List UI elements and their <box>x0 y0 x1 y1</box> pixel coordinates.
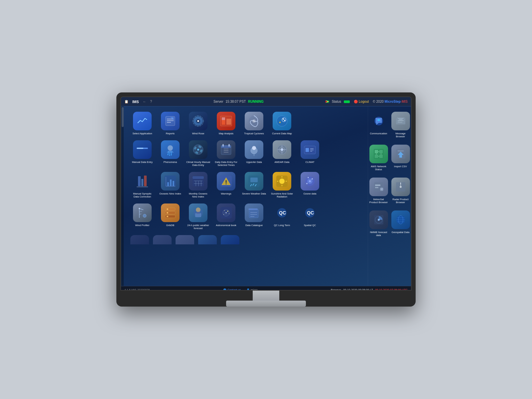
app-current-data-map[interactable]: Current Data Map <box>270 112 294 135</box>
app-manual-synoptic[interactable]: Manual Synoptic Data Correction <box>130 172 154 198</box>
app-map-analysis[interactable]: Map Analysis <box>214 112 238 135</box>
app-astronomical-book[interactable]: Astronomical book <box>214 203 238 227</box>
gribdb-icon <box>161 203 180 222</box>
svg-rect-101 <box>167 216 168 217</box>
right-row-4: NMME forecast data <box>371 210 408 237</box>
reports-label: Reports <box>166 132 175 135</box>
svg-point-22 <box>168 145 173 151</box>
astronomical-book-icon <box>217 203 235 222</box>
app-spatial-qc[interactable]: QC Spatial QC <box>298 203 322 227</box>
bottom-bar: 4.1.5 MIS 20200928 🔵 Contact us 👤 micro … <box>121 286 411 290</box>
app-message-browser[interactable]: Message Browser <box>391 112 410 138</box>
app-select-application[interactable]: Select Application <box>130 112 154 135</box>
app-oceanic-nino[interactable]: Oceanic Nino Index <box>158 172 182 195</box>
24h-forecast-icon <box>189 203 207 222</box>
radar-product-label: Radar Product Browser <box>391 198 410 204</box>
monitor-stand-base <box>226 301 306 307</box>
svg-point-14 <box>253 120 255 122</box>
svg-line-93 <box>139 211 142 212</box>
svg-point-45 <box>281 148 283 151</box>
app-sunshine-solar[interactable]: Sunshine And Solar Radiation <box>270 172 294 198</box>
monitor: 📋 IMS ← ? Server 15:38:07 PST RUNNING 🇬🇾… <box>116 92 416 307</box>
right-row-2: AWS Network Status Import CSV <box>371 145 408 171</box>
help-button[interactable]: ? <box>150 100 152 103</box>
reports-icon <box>161 112 180 130</box>
app-ozone-data[interactable]: Ozone data <box>298 172 322 195</box>
back-button[interactable]: ← <box>143 100 146 103</box>
svg-point-27 <box>169 155 170 156</box>
app-warnings[interactable]: Warnings <box>214 172 238 195</box>
app-communication[interactable]: Communication <box>369 112 388 138</box>
app-climat[interactable]: CLIMAT <box>298 140 322 164</box>
app-upperair-data[interactable]: UpperAir Data <box>242 140 266 164</box>
nmme-forecast-label: NMME forecast data <box>369 231 388 237</box>
app-meteosat-product[interactable]: MeteoSat Product Browser <box>369 178 388 204</box>
svg-rect-138 <box>379 155 383 158</box>
app-qc-long-term[interactable]: QC QC Long Term <box>270 203 294 227</box>
top-bar: 📋 IMS ← ? Server 15:38:07 PST RUNNING 🇬🇾… <box>121 97 411 106</box>
svg-rect-52 <box>138 176 141 186</box>
daily-data-entry-icon <box>217 140 235 159</box>
svg-point-7 <box>197 120 199 122</box>
version-label: 4.1.5 MIS 20200928 <box>124 288 150 290</box>
app-aws-network-status[interactable]: AWS Network Status <box>369 145 388 171</box>
oceanic-nino-icon <box>161 172 180 191</box>
oceanic-nino-label: Oceanic Nino Index <box>159 192 181 195</box>
app-row-2: Manual Data Entry <box>130 140 362 167</box>
app-title: IMS <box>132 100 139 104</box>
wind-rose-icon <box>189 112 207 130</box>
app-daily-data-entry[interactable]: Daily Data Entry For Selected Times <box>214 140 238 167</box>
app-radar-product[interactable]: Radar Product Browser <box>391 178 410 204</box>
app-reports[interactable]: Reports <box>158 112 182 135</box>
app-tropical-cyclones[interactable]: Tropical Cyclones <box>242 112 266 135</box>
svg-point-28 <box>171 155 172 156</box>
upperair-data-label: UpperAir Data <box>246 161 262 164</box>
qc-long-term-icon: QC <box>273 203 291 222</box>
scrollbar[interactable] <box>121 106 124 286</box>
app-wind-rose[interactable]: Wind Rose <box>186 112 210 135</box>
right-row-3: MeteoSat Product Browser <box>371 178 408 204</box>
spatial-qc-icon: QC <box>301 203 319 222</box>
logout-button[interactable]: 🔴 Logout <box>354 100 369 103</box>
server-info: Server 15:38:07 PST RUNNING <box>156 100 321 103</box>
aws-network-status-icon <box>369 145 388 163</box>
svg-rect-61 <box>173 181 174 186</box>
partial-row <box>130 235 362 244</box>
app-24h-forecast[interactable]: 24-h public weather forecast <box>186 203 210 230</box>
app-severe-weather[interactable]: Severe Weather Data <box>242 172 266 195</box>
qc-long-term-label: QC Long Term <box>274 224 290 227</box>
svg-point-79 <box>279 179 285 184</box>
aws-network-status-label: AWS Network Status <box>369 165 388 171</box>
monthly-oceanic-label: Monthly Oceanic Nino Index <box>186 192 210 198</box>
contact-button[interactable]: 🔵 Contact us <box>223 288 241 290</box>
app-import-csv[interactable]: Import CSV <box>391 145 410 171</box>
svg-point-158 <box>378 219 380 221</box>
meteosat-product-icon <box>369 178 388 196</box>
app-amdar-data[interactable]: AMDAR Data <box>270 140 294 164</box>
content-area: Select Application <box>121 106 411 286</box>
svg-rect-99 <box>167 212 168 213</box>
svg-rect-11 <box>226 119 231 125</box>
app-nmme-forecast[interactable]: NMME forecast data <box>369 210 388 237</box>
svg-point-26 <box>168 154 169 155</box>
app-row-1: Select Application <box>130 112 362 135</box>
svg-point-103 <box>196 207 200 212</box>
amdar-data-label: AMDAR Data <box>274 161 289 164</box>
ozone-data-label: Ozone data <box>304 192 317 195</box>
app-geospatial-data[interactable]: Geospatial Data <box>391 210 410 237</box>
app-gribdb[interactable]: GribDB <box>158 203 182 227</box>
status-section: 🇬🇾 Status <box>325 100 350 103</box>
svg-rect-63 <box>193 176 204 179</box>
app-manual-data-entry[interactable]: Manual Data Entry <box>130 140 154 164</box>
app-wind-profiler[interactable]: Wind Profiler <box>130 203 154 227</box>
app-phenomena[interactable]: Phenomena <box>158 140 182 164</box>
right-panel: Communication <box>368 106 411 286</box>
message-browser-icon <box>391 112 410 130</box>
app-data-catalogue[interactable]: Data Catalogue <box>242 203 266 227</box>
svg-text:QC: QC <box>307 210 314 215</box>
scroll-thumb[interactable] <box>122 107 124 127</box>
climat-hourly-label: Climat Hourly Manual Data Entry <box>186 161 210 167</box>
svg-point-111 <box>229 213 229 214</box>
app-monthly-oceanic[interactable]: Monthly Oceanic Nino Index <box>186 172 210 198</box>
app-climat-hourly[interactable]: Climat Hourly Manual Data Entry <box>186 140 210 167</box>
